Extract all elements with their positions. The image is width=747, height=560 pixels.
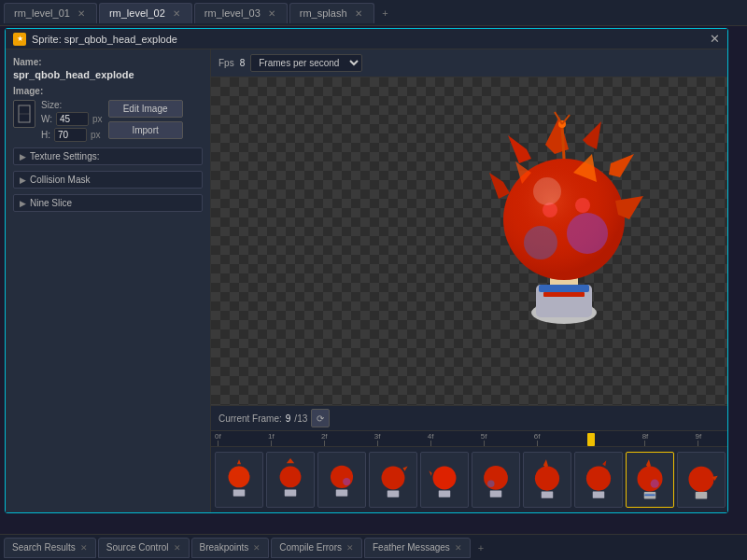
tab-label: rm_level_02: [109, 7, 165, 19]
thumb-3[interactable]: [369, 452, 417, 508]
thumb-1[interactable]: [266, 452, 315, 508]
texture-settings-header[interactable]: ▶ Texture Settings:: [14, 148, 202, 164]
sprite-window: ★ Sprite: spr_qbob_head_explode ✕ Name: …: [5, 28, 728, 513]
thumb-9[interactable]: [677, 452, 726, 508]
bottom-tab-source-control[interactable]: Source Control ✕: [98, 538, 190, 558]
frame-info-row: Current Frame: 9 /13 ⟳: [218, 405, 330, 431]
svg-rect-41: [439, 490, 450, 497]
tab-close-icon[interactable]: ✕: [174, 543, 181, 553]
loop-button[interactable]: ⟳: [311, 409, 330, 427]
tab-bar: rm_level_01 ✕ rm_level_02 ✕ rm_level_03 …: [0, 0, 747, 26]
tab-close-icon[interactable]: ✕: [80, 543, 88, 553]
window-close-button[interactable]: ✕: [710, 32, 720, 46]
fps-value: 8: [240, 58, 246, 68]
sprite-icon: ★: [13, 33, 26, 46]
thumb-8-active[interactable]: [626, 452, 674, 508]
svg-marker-11: [508, 135, 531, 163]
tab-rm-level-01[interactable]: rm_level_01 ✕: [4, 3, 97, 23]
svg-point-56: [688, 467, 713, 492]
svg-rect-44: [490, 490, 501, 497]
svg-rect-28: [233, 489, 245, 496]
texture-settings-section: ▶ Texture Settings:: [13, 147, 203, 165]
nine-slice-label: Nine Slice: [30, 198, 72, 208]
canvas-toolbar: Fps 8 Frames per second Origin 22 x 70 🔒…: [211, 49, 727, 77]
svg-line-15: [562, 126, 564, 159]
bottom-tab-compile-errors[interactable]: Compile Errors ✕: [271, 538, 362, 558]
window-titlebar: ★ Sprite: spr_qbob_head_explode ✕: [6, 29, 727, 49]
size-fields: Size: W: px H: px: [41, 100, 103, 142]
tab-close-icon[interactable]: ✕: [266, 7, 277, 19]
thumb-7[interactable]: [574, 452, 623, 508]
timeline-marker-0: 0f: [215, 433, 221, 446]
tab-close-icon[interactable]: ✕: [171, 7, 182, 19]
thumb-6[interactable]: [523, 452, 571, 508]
tab-close-icon[interactable]: ✕: [353, 7, 364, 19]
width-input[interactable]: [56, 112, 89, 126]
playback-area: Current Frame: 9 /13 ⟳ ⏮ ▶ ⏭ ⊞: [211, 405, 727, 512]
svg-point-53: [651, 480, 659, 488]
tab-label: rm_level_03: [204, 7, 261, 19]
timeline-marker-1: 1f: [268, 433, 275, 446]
svg-marker-37: [402, 466, 407, 470]
thumbnail-strip: [211, 447, 727, 512]
canvas-container[interactable]: ⊞ + − ⛶: [211, 77, 727, 405]
svg-rect-50: [593, 491, 604, 497]
svg-marker-46: [543, 459, 548, 467]
timeline-track: 0f 1f 2f 3f: [211, 431, 727, 446]
svg-rect-35: [336, 489, 347, 496]
timeline[interactable]: 0f 1f 2f 3f: [211, 430, 727, 447]
tab-rm-splash[interactable]: rm_splash ✕: [289, 3, 374, 23]
tab-rm-level-02[interactable]: rm_level_02 ✕: [99, 3, 192, 23]
timeline-marker-6: 6f: [534, 433, 541, 446]
canvas-area: Fps 8 Frames per second Origin 22 x 70 🔒…: [211, 49, 727, 512]
bottom-tab-search-results[interactable]: Search Results ✕: [4, 538, 96, 558]
tab-close-icon[interactable]: ✕: [76, 7, 87, 19]
bottom-tab-label: Search Results: [12, 542, 76, 553]
toolbar-left: Fps 8 Frames per second: [218, 54, 362, 72]
image-section: Image: Size: W: px: [13, 86, 203, 142]
size-icon: [13, 100, 35, 128]
fps-select[interactable]: Frames per second: [250, 54, 362, 72]
svg-point-19: [567, 213, 608, 254]
new-tab-button[interactable]: +: [376, 4, 395, 22]
timeline-marker-3: 3f: [374, 433, 381, 446]
total-frames: /13: [294, 413, 307, 424]
bottom-panel: Search Results ✕ Source Control ✕ Breakp…: [0, 534, 747, 560]
svg-rect-22: [539, 285, 589, 292]
edit-image-button[interactable]: Edit Image: [108, 100, 183, 118]
tab-close-icon[interactable]: ✕: [346, 543, 354, 553]
left-panel: Name: spr_qbob_head_explode Image: Size:: [6, 49, 211, 512]
svg-marker-12: [489, 173, 510, 199]
thumb-2[interactable]: [317, 452, 366, 508]
thumb-4[interactable]: [420, 452, 469, 508]
tab-close-icon[interactable]: ✕: [455, 543, 462, 553]
expand-arrow-icon: ▶: [20, 175, 26, 185]
collision-mask-header[interactable]: ▶ Collision Mask: [14, 172, 202, 188]
expand-arrow-icon: ▶: [20, 199, 26, 208]
tab-rm-level-03[interactable]: rm_level_03 ✕: [194, 3, 288, 23]
thumb-5[interactable]: [472, 452, 520, 508]
height-unit: px: [91, 130, 101, 140]
image-label: Image:: [13, 86, 203, 96]
bottom-tab-feather-messages[interactable]: Feather Messages ✕: [364, 538, 471, 558]
expand-arrow-icon: ▶: [20, 152, 26, 161]
timeline-marker-8: 8f: [642, 433, 649, 446]
svg-marker-8: [583, 121, 601, 149]
svg-point-48: [586, 466, 611, 490]
svg-rect-31: [285, 489, 296, 496]
height-input[interactable]: [54, 128, 87, 142]
import-button[interactable]: Import: [108, 121, 183, 139]
timeline-marker-5: 5f: [481, 433, 487, 446]
nine-slice-header[interactable]: ▶ Nine Slice: [14, 195, 202, 211]
thumb-0[interactable]: [215, 452, 263, 508]
bottom-tab-label: Breakpoints: [200, 542, 249, 553]
svg-point-45: [535, 466, 559, 490]
tab-close-icon[interactable]: ✕: [253, 543, 261, 553]
width-unit: px: [92, 114, 103, 124]
add-bottom-tab-button[interactable]: +: [472, 539, 489, 556]
window-title: ★ Sprite: spr_qbob_head_explode: [13, 33, 177, 46]
svg-rect-47: [542, 491, 553, 497]
bottom-tab-breakpoints[interactable]: Breakpoints ✕: [191, 538, 270, 558]
size-row: Size: W: px H: px Edit Image: [13, 100, 203, 142]
timeline-marker-4: 4f: [428, 433, 434, 446]
